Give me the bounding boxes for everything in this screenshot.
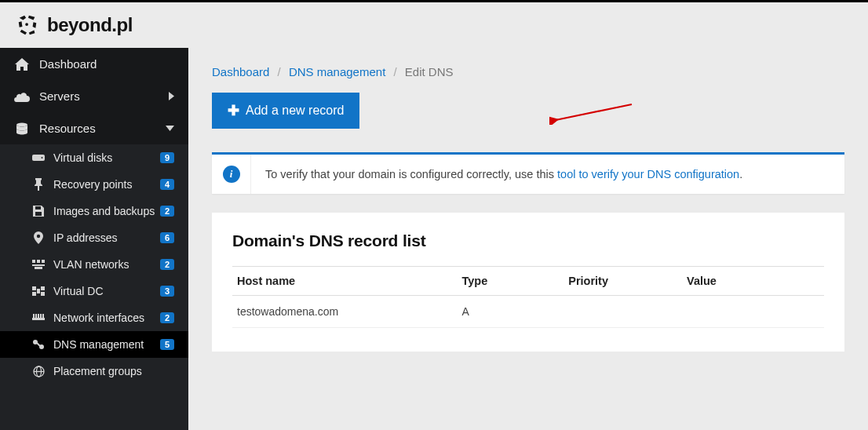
svg-rect-9 <box>42 260 45 263</box>
svg-rect-15 <box>41 292 45 296</box>
info-suffix: . <box>739 168 742 180</box>
sidebar-item-label: IP addresses <box>53 231 160 244</box>
sidebar-item-label: Virtual disks <box>53 151 160 164</box>
chevron-down-icon <box>166 126 174 131</box>
sidebar-item-images-backups[interactable]: Images and backups 2 <box>0 198 188 224</box>
sidebar-item-label: Virtual DC <box>53 285 160 297</box>
annotation-arrow-icon <box>549 101 636 125</box>
svg-point-1 <box>16 122 27 126</box>
sidebar-item-label: Images and backups <box>53 205 160 217</box>
disk-icon <box>31 153 46 162</box>
count-badge: 3 <box>160 286 174 297</box>
cell-value <box>682 296 824 328</box>
records-table: Host name Type Priority Value testowadom… <box>232 266 824 328</box>
svg-line-28 <box>556 104 632 120</box>
sidebar-item-label: DNS management <box>53 338 160 351</box>
info-icon: i <box>223 166 240 183</box>
globe-icon <box>31 366 46 377</box>
count-badge: 5 <box>160 339 174 350</box>
sidebar-item-dns-management[interactable]: DNS management 5 <box>0 331 188 358</box>
table-row[interactable]: testowadomena.com A <box>232 296 824 328</box>
sidebar-item-vlan-networks[interactable]: VLAN networks 2 <box>0 251 188 278</box>
pin-icon <box>31 178 46 191</box>
svg-rect-10 <box>32 264 45 266</box>
svg-rect-19 <box>35 314 37 318</box>
sidebar-label-servers: Servers <box>39 89 169 103</box>
svg-rect-2 <box>32 155 45 161</box>
svg-rect-11 <box>35 267 42 269</box>
count-badge: 6 <box>160 232 174 243</box>
app-header: beyond.pl <box>0 2 868 48</box>
sidebar-item-virtual-dc[interactable]: Virtual DC 3 <box>0 278 188 304</box>
sidebar-label-dashboard: Dashboard <box>39 57 174 71</box>
database-icon <box>14 122 30 135</box>
sidebar-item-virtual-disks[interactable]: Virtual disks 9 <box>0 144 188 171</box>
sidebar-item-label: Recovery points <box>53 178 160 191</box>
svg-rect-12 <box>32 286 36 290</box>
cell-type: A <box>458 296 564 328</box>
svg-rect-4 <box>35 206 41 210</box>
svg-rect-22 <box>42 314 44 318</box>
panel-title: Domain's DNS record list <box>232 231 824 250</box>
info-icon-wrap: i <box>212 155 251 194</box>
count-badge: 2 <box>160 206 174 217</box>
sidebar-item-label: VLAN networks <box>53 258 160 271</box>
svg-rect-7 <box>32 260 35 263</box>
brand-logo-icon <box>16 13 39 37</box>
dns-icon <box>31 339 46 350</box>
count-badge: 2 <box>160 259 174 270</box>
svg-point-6 <box>37 235 40 238</box>
svg-rect-17 <box>32 318 45 320</box>
svg-rect-8 <box>37 260 40 263</box>
col-value: Value <box>682 267 824 296</box>
info-text: To verify that your domain is configured… <box>251 157 757 191</box>
brand-logo[interactable]: beyond.pl <box>16 13 133 37</box>
svg-rect-21 <box>40 314 42 318</box>
dns-records-panel: Domain's DNS record list Host name Type … <box>212 213 844 352</box>
interface-icon <box>31 314 46 322</box>
home-icon <box>14 58 30 71</box>
count-badge: 4 <box>160 179 174 190</box>
col-priority: Priority <box>563 267 682 296</box>
svg-point-3 <box>42 157 43 159</box>
sidebar-item-dashboard[interactable]: Dashboard <box>0 48 188 80</box>
info-banner: i To verify that your domain is configur… <box>212 152 844 194</box>
sidebar-item-servers[interactable]: Servers <box>0 80 188 112</box>
cell-host: testowadomena.com <box>232 296 458 328</box>
chevron-right-icon <box>169 92 174 100</box>
svg-rect-14 <box>32 292 36 296</box>
save-icon <box>31 206 46 217</box>
col-host: Host name <box>232 267 458 296</box>
main-content: Dashboard / DNS management / Edit DNS ✚ … <box>188 48 868 430</box>
sidebar-label-resources: Resources <box>39 122 166 135</box>
brand-name: beyond.pl <box>47 14 133 36</box>
plus-icon: ✚ <box>228 104 239 118</box>
info-prefix: To verify that your domain is configured… <box>265 168 557 180</box>
breadcrumb-separator: / <box>278 65 281 78</box>
svg-rect-18 <box>33 314 35 318</box>
cell-priority <box>563 296 682 328</box>
svg-rect-20 <box>38 314 39 318</box>
breadcrumb-dashboard[interactable]: Dashboard <box>212 65 269 78</box>
breadcrumb: Dashboard / DNS management / Edit DNS <box>212 65 844 78</box>
sidebar-item-resources[interactable]: Resources <box>0 112 188 144</box>
col-type: Type <box>458 267 564 296</box>
breadcrumb-separator: / <box>393 65 396 78</box>
datacenter-icon <box>31 286 46 296</box>
breadcrumb-dns-management[interactable]: DNS management <box>289 65 385 78</box>
info-link[interactable]: tool to verify your DNS configuration <box>557 168 739 180</box>
sidebar-item-recovery-points[interactable]: Recovery points 4 <box>0 171 188 198</box>
sidebar-item-network-interfaces[interactable]: Network interfaces 2 <box>0 304 188 331</box>
svg-rect-5 <box>35 212 42 216</box>
sidebar: Dashboard Servers Resources <box>0 48 188 430</box>
add-record-button[interactable]: ✚ Add a new record <box>212 93 359 129</box>
svg-point-0 <box>25 23 28 26</box>
sidebar-item-label: Placement groups <box>53 365 174 377</box>
svg-rect-13 <box>41 286 45 290</box>
table-header-row: Host name Type Priority Value <box>232 267 824 296</box>
sidebar-item-placement-groups[interactable]: Placement groups <box>0 358 188 384</box>
count-badge: 2 <box>160 312 174 323</box>
breadcrumb-current: Edit DNS <box>405 65 454 78</box>
sidebar-item-ip-addresses[interactable]: IP addresses 6 <box>0 224 188 251</box>
svg-rect-16 <box>37 289 40 293</box>
